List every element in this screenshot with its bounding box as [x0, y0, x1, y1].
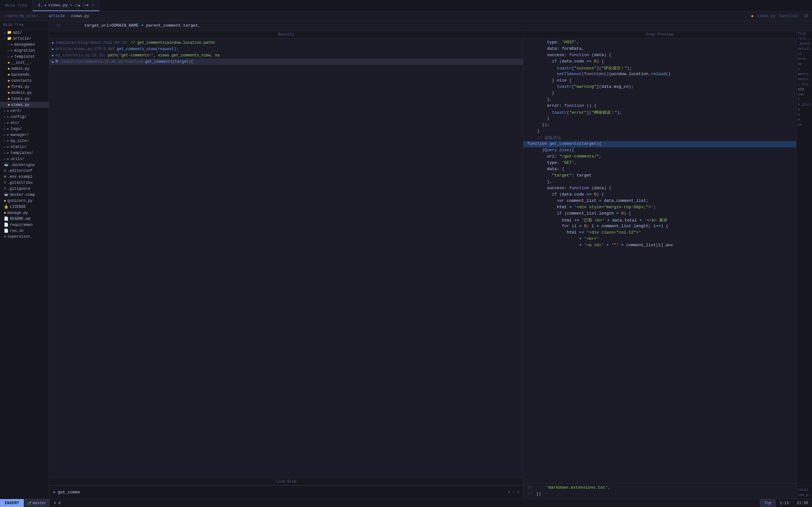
sidebar: Nvim Tree ▶📁api/ ▼📁article/ ▶▸managemen …: [0, 21, 49, 499]
edge-new-post: new_post: [797, 493, 812, 498]
tree-item-run[interactable]: 📄run.sh: [0, 228, 49, 234]
tree-item-constants[interactable]: ◆constants: [0, 78, 49, 83]
tree-item-manage[interactable]: ◆manage.py: [0, 210, 49, 216]
sidebar-title: Nvim Tree: [0, 21, 49, 30]
tree-item-dockerignore[interactable]: 🐳.dockerigno: [0, 162, 49, 168]
tree-item-backends[interactable]: ◆backends.: [0, 72, 49, 78]
status-top-button[interactable]: Top: [760, 499, 776, 507]
result-item-3[interactable]: ◆ my_site/urls.py:31:33: path('get-comme…: [49, 52, 523, 59]
result-icon-1: ◆: [52, 41, 54, 45]
grep-preview[interactable]: type: 'POST', data: formData, success: f…: [523, 38, 796, 483]
tree-item-tasks[interactable]: ◆tasks.py: [0, 96, 49, 102]
tree-item-models[interactable]: ◆models.py: [0, 90, 49, 96]
results-header: Results: [49, 31, 523, 38]
tab-filename: views.py: [48, 3, 68, 8]
main-layout: Nvim Tree ▶📁api/ ▼📁article/ ▶▸managemen …: [0, 21, 812, 499]
result-path-1: templates/blog/about.html:69:10:: [55, 41, 129, 45]
preview-line-4: if (data.code == 0) {: [523, 59, 796, 65]
preview-line-12: toastr["error"]("网络错误！");: [523, 109, 796, 116]
tree-item-etc[interactable]: ▶▸etc/: [0, 120, 49, 126]
tab-bar: Nvim Tree 1. ◆ views.py ○ 29▲ 78▼ ×: [0, 0, 812, 11]
tree-item-docker-compose[interactable]: 🐳docker-comp: [0, 192, 49, 198]
edge-il: il: [797, 51, 812, 56]
tree-item-init[interactable]: ◆__init__.: [0, 60, 49, 66]
tree-item-static[interactable]: ▶▸static/: [0, 144, 49, 150]
tree-item-gitattributes[interactable]: ⌥.gitattribu: [0, 180, 49, 186]
preview-comment: // 获取评论: [523, 135, 796, 141]
live-grep-container: Live Grep ⊕ 4 / 4: [49, 478, 523, 499]
preview-line-13: }: [523, 116, 796, 122]
preview-fn-line: function get_comments(target){: [523, 141, 796, 147]
tree-item-views[interactable]: ◆views.py: [0, 102, 49, 108]
tree-item-admin[interactable]: ◆admin.py: [0, 66, 49, 72]
tree-item-supervisor[interactable]: ≡supervisor.: [0, 234, 49, 239]
status-branch: ⎇ master: [24, 499, 49, 507]
tree-item-templates[interactable]: ▶▸templates/: [0, 150, 49, 156]
preview-data: data: {: [523, 166, 796, 173]
preview-if-code: if (data.code == 0) {: [523, 192, 796, 198]
preview-ajax: jQuery.ajax({: [523, 147, 796, 154]
preview-line-11: error: function () {: [523, 103, 796, 109]
tree-item-my-site[interactable]: ▶▸my_site/: [0, 138, 49, 144]
live-grep-input[interactable]: [58, 490, 505, 495]
tree-item-env[interactable]: ⚙.env.exampl: [0, 174, 49, 180]
edge-h-2: h: [797, 107, 812, 112]
live-grep-bar[interactable]: ⊕ 4 / 4: [49, 486, 523, 499]
views-py-tab[interactable]: 1. ◆ views.py ○ 29▲ 78▼ ×: [33, 0, 100, 11]
tree-item-templatetags[interactable]: ▶▸templatet: [0, 54, 49, 60]
result-path-3: my_site/urls.py:31:33:: [55, 53, 106, 58]
tree-item-requirements[interactable]: 📄requiremen: [0, 222, 49, 228]
tree-item-license[interactable]: 🔒LICENSE: [0, 204, 49, 210]
live-grep-prompt-icon: ⊕: [53, 490, 55, 495]
results-list[interactable]: ◆ templates/blog/about.html:69:10: // ge…: [49, 38, 523, 478]
preview-line-5: toastr["success"]("评论成功！");: [523, 65, 796, 71]
preview-target: "target": target: [523, 173, 796, 179]
status-icons-text: ≡ ∂: [54, 501, 61, 505]
top-line-num: 20: [52, 23, 64, 29]
bottom-code-area: 16 'markdown.extensions.toc', 17 ]): [523, 483, 796, 499]
tree-item-config[interactable]: ▶▸config/: [0, 114, 49, 120]
result-item-1[interactable]: ◆ templates/blog/about.html:69:10: // ge…: [49, 40, 523, 46]
preview-line-1: type: 'POST',: [523, 40, 796, 46]
tree-item-logs[interactable]: ▶▸logs/: [0, 126, 49, 132]
tab-dot: ◆: [45, 4, 46, 7]
edge-month: _month: [797, 41, 812, 46]
status-bar: INSERT ⎇ master ≡ ∂ Top 1:13 21:36: [0, 499, 812, 507]
tree-item-management[interactable]: ▶▸managemen: [0, 42, 49, 48]
status-icons: ≡ ∂: [49, 499, 64, 507]
edge-ments-view-2: ments_view: [797, 77, 812, 82]
breadcrumb-path: ~/work/my_site/..: [4, 14, 43, 18]
tree-item-gitignore[interactable]: ⌥.gitignore: [0, 186, 49, 192]
result-item-4[interactable]: ◆ M static/js/comments.js:42:10:function…: [49, 59, 523, 65]
tree-item-editorconfig[interactable]: ≡.editorconf: [0, 168, 49, 174]
bottom-line-17: 17 ]): [523, 491, 796, 498]
result-icon-2: ◆: [52, 47, 54, 51]
preview-html-hr: + '<hr>': [523, 236, 796, 242]
result-item-2[interactable]: ◆ article/views.py:379:5:def get_comment…: [49, 46, 523, 52]
grep-preview-header: Grep Preview: [523, 31, 796, 38]
status-position: 1:13: [775, 499, 793, 507]
tree-item-article[interactable]: ▼📁article/: [0, 36, 49, 42]
tree-item-migration[interactable]: ▶▸migration: [0, 48, 49, 54]
tree-item-readme[interactable]: 📄README.md: [0, 216, 49, 222]
tree-item-forms[interactable]: ◆forms.py: [0, 83, 49, 90]
tree-item-utils[interactable]: ▶▸utils/: [0, 156, 49, 162]
preview-line-8: toastr["warning"](data.msg_cn);: [523, 84, 796, 90]
content-area: 20 target_url=DOMAIN_NAME + parent_comme…: [49, 21, 812, 499]
edge-eam: eam: [797, 92, 812, 97]
tree-item-api[interactable]: ▶📁api/: [0, 30, 49, 36]
edge-arch: arch: [797, 56, 812, 61]
tree-item-gunicorn[interactable]: ◆gunicorn.py: [0, 198, 49, 204]
nvim-tree-tab[interactable]: Nvim Tree: [0, 0, 33, 11]
tree-item-manager[interactable]: ▶▸manager/: [0, 132, 49, 138]
edge-rich-file: rich_file: [797, 36, 812, 41]
preview-line-14: });: [523, 122, 796, 128]
status-time: 21:36: [793, 499, 812, 507]
edge-s: s: [797, 112, 812, 117]
status-mode: INSERT: [0, 499, 24, 507]
bottom-line-16: 16 'markdown.extensions.toc',: [523, 485, 796, 491]
tab-close-button[interactable]: ×: [92, 3, 94, 8]
tree-item-cert[interactable]: ▶▸cert/: [0, 108, 49, 114]
live-grep-count: 4 / 4: [508, 490, 519, 495]
edge-m: m: [797, 117, 812, 122]
